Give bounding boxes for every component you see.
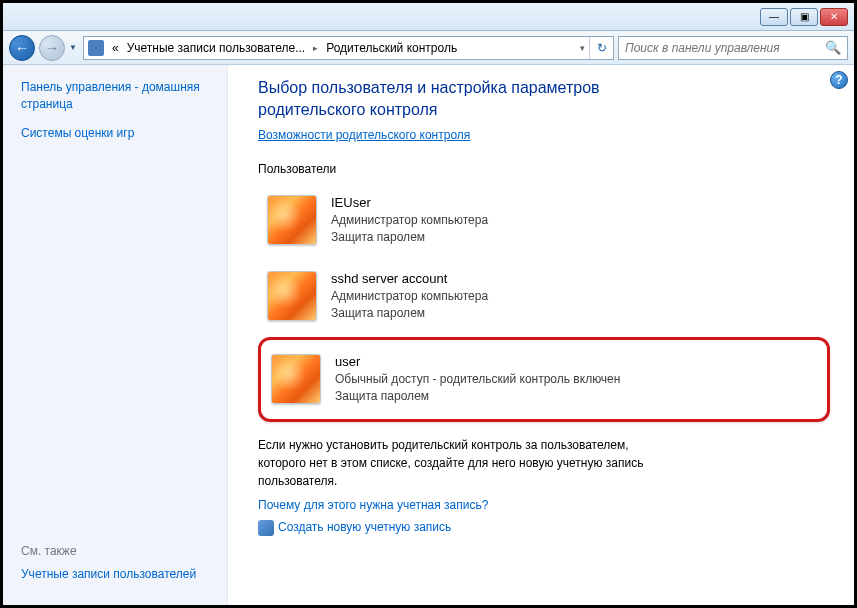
- window-buttons: — ▣ ✕: [760, 8, 848, 26]
- breadcrumb-parental[interactable]: Родительский контроль: [322, 37, 461, 59]
- user-info: sshd server accountАдминистратор компьют…: [331, 271, 488, 322]
- sidebar-see-also-label: См. также: [21, 544, 217, 558]
- user-protection: Защита паролем: [331, 305, 488, 322]
- avatar: [267, 195, 317, 245]
- user-row-user[interactable]: userОбычный доступ - родительский контро…: [258, 337, 830, 422]
- close-button[interactable]: ✕: [820, 8, 848, 26]
- sidebar: Панель управления - домашняя страница Си…: [3, 65, 228, 605]
- user-row-sshd-server-account[interactable]: sshd server accountАдминистратор компьют…: [258, 260, 830, 333]
- search-box[interactable]: 🔍: [618, 36, 848, 60]
- titlebar: — ▣ ✕: [3, 3, 854, 31]
- breadcrumb-accounts[interactable]: Учетные записи пользователе...: [123, 37, 310, 59]
- nav-forward-button[interactable]: →: [39, 35, 65, 61]
- user-info: IEUserАдминистратор компьютераЗащита пар…: [331, 195, 488, 246]
- help-icon[interactable]: ?: [830, 71, 848, 89]
- page-title: Выбор пользователя и настройка параметро…: [258, 77, 698, 122]
- maximize-button[interactable]: ▣: [790, 8, 818, 26]
- address-bar[interactable]: « Учетные записи пользователе... ▸ Родит…: [83, 36, 614, 60]
- body-area: Панель управления - домашняя страница Си…: [3, 65, 854, 605]
- user-name: sshd server account: [331, 271, 488, 286]
- create-account-link[interactable]: Создать новую учетную запись: [278, 520, 451, 534]
- user-role: Обычный доступ - родительский контроль в…: [335, 371, 620, 388]
- user-role: Администратор компьютера: [331, 212, 488, 229]
- avatar: [271, 354, 321, 404]
- user-row-IEUser[interactable]: IEUserАдминистратор компьютераЗащита пар…: [258, 184, 830, 257]
- breadcrumb-chevron-icon[interactable]: ▸: [309, 43, 322, 53]
- sidebar-link-user-accounts[interactable]: Учетные записи пользователей: [21, 566, 217, 583]
- user-protection: Защита паролем: [331, 229, 488, 246]
- users-list: IEUserАдминистратор компьютераЗащита пар…: [258, 184, 830, 422]
- users-section-label: Пользователи: [258, 162, 830, 176]
- user-name: IEUser: [331, 195, 488, 210]
- why-account-link[interactable]: Почему для этого нужна учетная запись?: [258, 498, 488, 512]
- address-dropdown-icon[interactable]: ▾: [576, 43, 589, 53]
- capabilities-link[interactable]: Возможности родительского контроля: [258, 128, 470, 142]
- window-frame: — ▣ ✕ ← → ▼ « Учетные записи пользовател…: [0, 0, 857, 608]
- sidebar-link-home[interactable]: Панель управления - домашняя страница: [21, 79, 217, 113]
- users-icon: [258, 520, 274, 536]
- search-input[interactable]: [625, 41, 825, 55]
- user-protection: Защита паролем: [335, 388, 620, 405]
- refresh-button[interactable]: ↻: [589, 36, 613, 60]
- note-text: Если нужно установить родительский контр…: [258, 436, 678, 490]
- user-info: userОбычный доступ - родительский контро…: [335, 354, 620, 405]
- breadcrumb-prefix[interactable]: «: [108, 37, 123, 59]
- search-icon[interactable]: 🔍: [825, 40, 841, 55]
- main-content: ? Выбор пользователя и настройка парамет…: [228, 65, 854, 605]
- nav-history-dropdown[interactable]: ▼: [69, 43, 79, 52]
- navigation-bar: ← → ▼ « Учетные записи пользователе... ▸…: [3, 31, 854, 65]
- minimize-button[interactable]: —: [760, 8, 788, 26]
- avatar: [267, 271, 317, 321]
- nav-back-button[interactable]: ←: [9, 35, 35, 61]
- user-role: Администратор компьютера: [331, 288, 488, 305]
- control-panel-icon: [88, 40, 104, 56]
- user-name: user: [335, 354, 620, 369]
- sidebar-link-game-ratings[interactable]: Системы оценки игр: [21, 125, 217, 142]
